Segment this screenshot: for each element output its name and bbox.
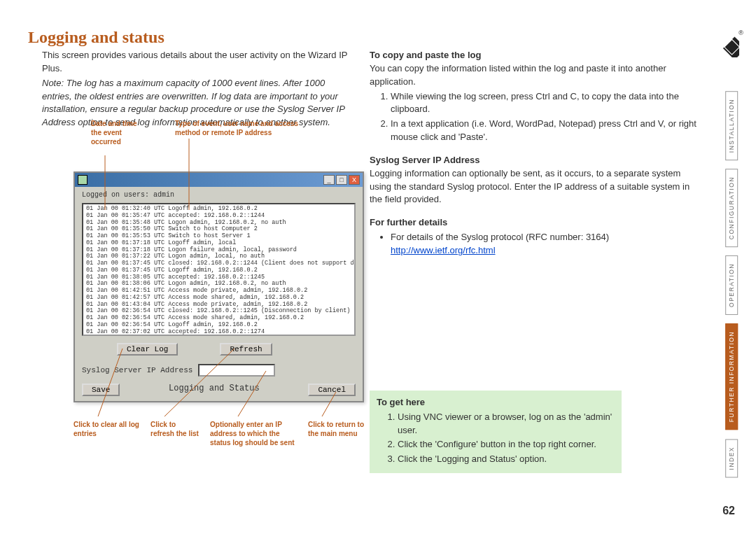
nav-installation[interactable]: INSTALLATION bbox=[725, 91, 738, 160]
annotation-event-type: Type of event, user name and access meth… bbox=[175, 119, 315, 137]
right-column: To copy and paste the log You can copy t… bbox=[370, 49, 702, 473]
nav-further-information[interactable]: FURTHER INFORMATION bbox=[725, 323, 738, 430]
refresh-button[interactable]: Refresh bbox=[220, 343, 272, 356]
minimize-button[interactable]: _ bbox=[323, 175, 335, 185]
log-listbox[interactable]: 01 Jan 00 01:32:40 UTC Logoff admin, 192… bbox=[82, 203, 356, 336]
copy-log-heading: To copy and paste the log bbox=[370, 49, 702, 62]
log-line: 01 Jan 00 02:37:02 UTC accepted: 192.168… bbox=[86, 329, 351, 336]
app-icon bbox=[78, 175, 88, 185]
further-item: For details of the Syslog protocol (RFC … bbox=[391, 231, 702, 258]
logged-on-users: Logged on users: admin bbox=[75, 187, 363, 200]
nav-index[interactable]: INDEX bbox=[725, 439, 738, 477]
maximize-button[interactable]: □ bbox=[336, 175, 347, 185]
to-get-here-box: To get here Using VNC viewer or a browse… bbox=[370, 391, 622, 473]
annotation-refresh: Click to refresh the list bbox=[150, 420, 200, 438]
copy-log-intro: You can copy the information listed with… bbox=[370, 62, 702, 89]
nav-configuration[interactable]: CONFIGURATION bbox=[725, 169, 738, 247]
annotation-clear-log: Click to clear all log entries bbox=[74, 420, 140, 438]
page-number: 62 bbox=[722, 505, 735, 517]
cancel-button[interactable]: Cancel bbox=[308, 384, 356, 396]
annotation-syslog-ip: Optionally enter an IP address to which … bbox=[210, 420, 301, 447]
registered-mark: ® bbox=[738, 29, 743, 36]
dialog-caption: Logging and Status bbox=[169, 384, 260, 396]
close-button[interactable]: X bbox=[349, 175, 360, 185]
copy-step-1: While viewing the log screen, press Ctrl… bbox=[391, 90, 702, 117]
nav-operation[interactable]: OPERATION bbox=[725, 255, 738, 315]
intro-text: This screen provides various details abo… bbox=[42, 49, 350, 76]
save-button[interactable]: Save bbox=[82, 384, 120, 396]
annotation-cancel: Click to return to the main menu bbox=[308, 420, 364, 438]
side-nav: INSTALLATION CONFIGURATION OPERATION FUR… bbox=[725, 91, 738, 477]
intro-block: This screen provides various details abo… bbox=[42, 49, 350, 129]
annotation-datetime: Date and time the event occurred bbox=[91, 119, 147, 146]
titlebar: _ □ X bbox=[75, 173, 363, 187]
log-dialog: _ □ X Logged on users: admin 01 Jan 00 0… bbox=[74, 171, 364, 402]
get-here-step-2: Click the 'Configure' button in the top … bbox=[398, 438, 615, 451]
brand-logo bbox=[714, 32, 739, 59]
get-here-heading: To get here bbox=[377, 396, 615, 409]
page-title: Logging and status bbox=[28, 28, 164, 47]
syslog-label: Syslog Server IP Address bbox=[82, 366, 192, 374]
copy-step-2: In a text application (i.e. Word, WordPa… bbox=[391, 118, 702, 144]
further-details-heading: For further details bbox=[370, 216, 702, 230]
rfc-link[interactable]: http://www.ietf.org/rfc.html bbox=[391, 245, 496, 255]
get-here-step-3: Click the 'Logging and Status' option. bbox=[398, 453, 615, 466]
syslog-body: Logging information can optionally be se… bbox=[370, 167, 702, 207]
get-here-step-1: Using VNC viewer or a browser, log on as… bbox=[398, 411, 615, 437]
syslog-ip-input[interactable] bbox=[198, 364, 275, 377]
clear-log-button[interactable]: Clear Log bbox=[117, 343, 178, 356]
further-item-text: For details of the Syslog protocol (RFC … bbox=[391, 232, 609, 242]
syslog-heading: Syslog Server IP Address bbox=[370, 154, 702, 167]
